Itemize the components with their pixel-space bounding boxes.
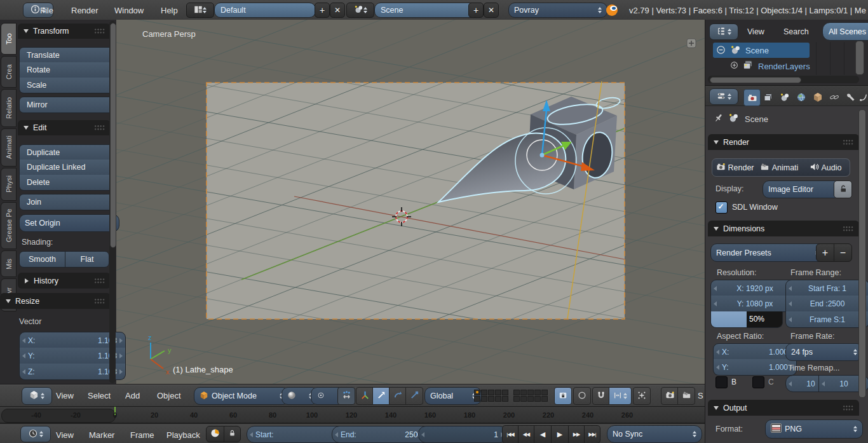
- aspect-y-field[interactable]: Y:1.000: [713, 359, 797, 376]
- snap-element-dropdown[interactable]: [609, 387, 632, 405]
- menu-select[interactable]: Select: [88, 391, 111, 400]
- menu-search[interactable]: Search: [783, 27, 809, 36]
- join-button[interactable]: Join: [19, 194, 116, 210]
- menu-view[interactable]: View: [56, 430, 74, 440]
- panel-grip-icon[interactable]: [94, 28, 105, 34]
- shelf-tab-create[interactable]: Crea: [1, 56, 17, 88]
- add-preset-button[interactable]: +: [816, 243, 834, 262]
- end-frame-field-props[interactable]: End :2500: [785, 296, 868, 312]
- panel-grip-icon[interactable]: [94, 278, 105, 284]
- play-button[interactable]: ▶: [551, 425, 569, 443]
- resize-panel-header[interactable]: Resize: [0, 293, 111, 309]
- end-frame-field[interactable]: End:2500: [332, 426, 431, 443]
- menu-marker[interactable]: Marker: [89, 430, 114, 440]
- start-frame-field[interactable]: Start:1: [247, 426, 346, 443]
- menu-window[interactable]: Window: [114, 6, 144, 15]
- collapse-minus-icon[interactable]: [716, 45, 726, 57]
- menu-object[interactable]: Object: [157, 391, 181, 400]
- tool-shelf-scrollbar-thumb[interactable]: [110, 23, 116, 248]
- outliner-filter-dropdown[interactable]: All Scenes: [822, 22, 868, 41]
- render-still-button[interactable]: Render: [712, 158, 758, 177]
- mirror-button[interactable]: Mirror: [19, 97, 116, 113]
- manipulator-translate-button[interactable]: [372, 387, 390, 405]
- shelf-tab-relations[interactable]: Relatio: [1, 89, 17, 127]
- next-keyframe-button[interactable]: ▶▶: [568, 425, 585, 443]
- outliner-vscrollbar-thumb[interactable]: [855, 41, 864, 75]
- menu-view[interactable]: View: [56, 391, 74, 400]
- tab-render-layers[interactable]: [760, 89, 776, 105]
- lock-to-scene-button[interactable]: [554, 387, 572, 405]
- outliner-item-render-layers[interactable]: RenderLayers: [758, 62, 814, 71]
- viewport-corner-widget[interactable]: [687, 39, 696, 48]
- menu-help[interactable]: Help: [161, 6, 178, 15]
- display-lock-button[interactable]: [834, 181, 852, 198]
- edit-panel-header[interactable]: Edit: [18, 120, 111, 135]
- tab-object[interactable]: [810, 89, 825, 105]
- crop-checkbox[interactable]: [752, 376, 764, 388]
- tab-world[interactable]: [793, 89, 809, 105]
- frame-step-field[interactable]: Frame S:1: [785, 311, 868, 328]
- rotate-button[interactable]: Rotate: [19, 62, 116, 78]
- display-mode-dropdown[interactable]: Image Editor: [763, 181, 844, 198]
- manipulator-scale-button[interactable]: [405, 387, 423, 405]
- panel-grip-icon[interactable]: [843, 139, 853, 146]
- border-checkbox[interactable]: [715, 376, 728, 388]
- tab-object-data[interactable]: [859, 89, 868, 105]
- jump-to-end-button[interactable]: ▶▶|: [584, 425, 600, 443]
- duplicate-linked-button[interactable]: Duplicate Linked: [19, 160, 116, 175]
- play-reverse-button[interactable]: ◀: [534, 425, 552, 443]
- properties-vscrollbar-thumb[interactable]: [858, 109, 866, 398]
- history-panel-header[interactable]: History: [18, 273, 111, 289]
- file-format-dropdown[interactable]: PNG: [765, 419, 863, 439]
- layers-widget-1[interactable]: [474, 390, 508, 402]
- delete-layout-button[interactable]: ✕: [330, 3, 345, 18]
- render-engine-dropdown[interactable]: Povray: [508, 3, 607, 18]
- prev-keyframe-button[interactable]: ◀◀: [518, 425, 534, 443]
- menu-view[interactable]: View: [747, 27, 764, 36]
- pin-icon[interactable]: [713, 112, 724, 125]
- scene-selector[interactable]: [346, 3, 374, 18]
- editor-type-outliner-button[interactable]: [709, 24, 738, 40]
- shelf-tab-animation[interactable]: Animati: [1, 128, 17, 167]
- editor-type-timeline-button[interactable]: [20, 426, 51, 442]
- editor-type-3dview-button[interactable]: [22, 387, 52, 405]
- 3d-viewport[interactable]: z y x: [116, 20, 705, 385]
- jump-to-start-button[interactable]: |◀◀: [502, 425, 519, 443]
- scene-name-field[interactable]: Scene: [374, 3, 478, 18]
- sync-mode-dropdown[interactable]: No Sync: [607, 425, 702, 443]
- panel-grip-icon[interactable]: [94, 298, 105, 304]
- expand-plus-icon[interactable]: [730, 61, 738, 71]
- panel-grip-icon[interactable]: [843, 226, 853, 232]
- opengl-render-still-button[interactable]: [661, 387, 679, 405]
- menu-file[interactable]: File: [40, 6, 53, 15]
- render-panel-header[interactable]: Render: [708, 134, 859, 150]
- shelf-tab-grease-pencil[interactable]: Grease Pe: [1, 202, 17, 249]
- shelf-tab-physics[interactable]: Physi: [1, 168, 17, 201]
- add-layout-button[interactable]: +: [315, 3, 330, 18]
- start-frame-field-props[interactable]: Start Fra: 1: [785, 280, 868, 297]
- current-frame-field[interactable]: 1: [418, 426, 507, 443]
- set-origin-dropdown[interactable]: Set Origin: [19, 214, 119, 232]
- panel-grip-icon[interactable]: [94, 125, 105, 131]
- translate-button[interactable]: Translate: [19, 47, 116, 64]
- render-animation-button[interactable]: Animati: [757, 158, 802, 177]
- transform-panel-header[interactable]: Transform: [18, 24, 111, 39]
- screen-layout-selector[interactable]: [186, 3, 214, 18]
- scale-button[interactable]: Scale: [19, 78, 116, 93]
- dimensions-panel-header[interactable]: Dimensions: [708, 221, 859, 236]
- manipulator-toggle-button[interactable]: [337, 387, 355, 405]
- manipulator-axes-button[interactable]: [356, 387, 374, 405]
- menu-frame[interactable]: Frame: [130, 430, 154, 440]
- tab-constraints[interactable]: [826, 89, 842, 105]
- shade-smooth-button[interactable]: Smooth: [19, 251, 65, 268]
- screen-layout-name-field[interactable]: Default: [214, 3, 316, 18]
- remove-preset-button[interactable]: −: [834, 243, 852, 262]
- manipulator-rotate-button[interactable]: [389, 387, 407, 405]
- opengl-render-anim-button[interactable]: [677, 387, 695, 405]
- shelf-tab-misc[interactable]: Mis: [1, 250, 17, 277]
- transform-orientation-dropdown[interactable]: Global: [424, 387, 482, 405]
- delete-button[interactable]: Delete: [19, 175, 116, 191]
- tab-render[interactable]: [743, 89, 761, 106]
- snap-target-button[interactable]: [633, 387, 651, 405]
- menu-playback[interactable]: Playback: [166, 430, 200, 440]
